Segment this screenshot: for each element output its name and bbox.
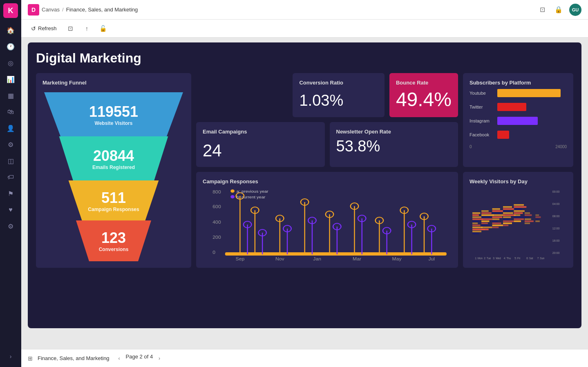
- bar-row: Youtube: [470, 89, 567, 97]
- newsletter-card: Newsletter Open Rate 53.8%: [330, 122, 458, 167]
- funnel-responses: 511 Campaign Responses: [65, 180, 163, 221]
- share-icon[interactable]: ↑: [81, 23, 93, 34]
- main-content: D Canvas / Finance, Sales, and Marketing…: [21, 0, 588, 367]
- conversion-title: Conversion Ratio: [299, 80, 378, 86]
- svg-text:20:00: 20:00: [552, 251, 560, 255]
- next-page-button[interactable]: ›: [154, 354, 164, 363]
- svg-text:0: 0: [212, 250, 215, 255]
- svg-rect-107: [514, 208, 521, 210]
- subscribers-card: Subscribers by Platform Youtube Twitter …: [463, 73, 573, 167]
- breadcrumb-root[interactable]: Canvas: [42, 7, 60, 13]
- svg-text:4: Thu: 4: Thu: [504, 256, 511, 259]
- brand-initial: D: [28, 4, 39, 16]
- svg-text:Nov: Nov: [275, 257, 284, 261]
- bar-axis: 0 24000: [470, 145, 567, 149]
- user-avatar[interactable]: GU: [569, 4, 581, 16]
- bar-fill: [497, 89, 561, 97]
- funnel-visitors: 119551 Website Visitors: [44, 92, 183, 137]
- svg-rect-120: [535, 214, 539, 216]
- subscribers-title: Subscribers by Platform: [470, 80, 567, 86]
- bottom-title: Finance, Sales, and Marketing: [38, 355, 110, 361]
- topbar: D Canvas / Finance, Sales, and Marketing…: [21, 0, 588, 20]
- responses-label: Campaign Responses: [88, 207, 139, 212]
- svg-rect-119: [525, 222, 530, 224]
- svg-rect-74: [472, 233, 479, 234]
- svg-rect-111: [514, 216, 525, 218]
- svg-rect-78: [481, 216, 490, 218]
- svg-rect-87: [492, 212, 501, 214]
- sidebar-item-settings2[interactable]: ⚙: [3, 137, 18, 152]
- bar-row: Instagram: [470, 117, 567, 125]
- weekly-visitors-card: Weekly Visitors by Day 00:00 04:00 08:00…: [463, 172, 573, 268]
- svg-text:May: May: [392, 257, 402, 261]
- bar-row: Facebook: [470, 131, 567, 139]
- sidebar-item-person[interactable]: 👤: [3, 121, 18, 136]
- email-campaigns-card: Email Campaigns 24: [196, 122, 325, 167]
- unlock-icon[interactable]: 🔓: [98, 23, 109, 34]
- funnel-conversions: 123 Conversions: [73, 220, 154, 261]
- svg-rect-94: [492, 227, 499, 228]
- dashboard-grid: Marketing Funnel 119551 Website Visitors…: [36, 73, 573, 268]
- topbar-brand: D Canvas / Finance, Sales, and Marketing: [28, 4, 138, 16]
- monitor-icon[interactable]: ⊡: [537, 4, 548, 16]
- svg-rect-84: [481, 229, 489, 230]
- bar-label: Youtube: [470, 91, 494, 96]
- svg-text:7: Sun: 7: Sun: [537, 256, 545, 259]
- refresh-icon: ↺: [31, 25, 36, 32]
- sidebar-item-chart[interactable]: 📊: [3, 72, 18, 87]
- refresh-button[interactable]: ↺ Refresh: [28, 24, 60, 33]
- svg-text:08:00: 08:00: [552, 214, 560, 218]
- sidebar-item-tag[interactable]: 🏷: [3, 170, 18, 185]
- svg-rect-110: [514, 214, 520, 216]
- svg-text:Jan: Jan: [313, 257, 321, 261]
- svg-rect-104: [503, 225, 508, 226]
- sidebar-item-clock[interactable]: 🕐: [3, 39, 18, 54]
- prev-page-button[interactable]: ‹: [114, 354, 124, 363]
- sidebar-item-table[interactable]: ▦: [3, 88, 18, 103]
- svg-rect-106: [514, 206, 526, 208]
- sidebar-item-flag[interactable]: ⚑: [3, 186, 18, 201]
- screenshot-icon[interactable]: ⊡: [65, 23, 76, 34]
- funnel-title: Marketing Funnel: [42, 80, 185, 86]
- svg-text:800: 800: [212, 190, 221, 194]
- sidebar-collapse-button[interactable]: ›: [3, 349, 18, 364]
- visitors-label: Website Visitors: [95, 120, 133, 126]
- svg-rect-112: [514, 218, 524, 220]
- page-navigation: ‹ Page 2 of 4 ›: [114, 354, 165, 363]
- svg-rect-115: [525, 214, 532, 216]
- sidebar-item-home[interactable]: 🏠: [3, 23, 18, 38]
- sidebar-item-layers[interactable]: ◫: [3, 153, 18, 168]
- legend-a: a: previous year: [237, 189, 269, 194]
- svg-text:Mar: Mar: [353, 257, 361, 261]
- email-value: 24: [203, 141, 318, 160]
- bar-track: [497, 131, 567, 139]
- email-title: Email Campaigns: [203, 129, 318, 135]
- svg-rect-86: [492, 210, 503, 212]
- svg-rect-101: [503, 218, 510, 220]
- svg-rect-91: [492, 220, 498, 222]
- svg-point-50: [230, 195, 235, 198]
- sidebar-item-gear[interactable]: ⚙: [3, 219, 18, 234]
- sidebar-item-shop[interactable]: 🛍: [3, 105, 18, 119]
- svg-rect-97: [503, 210, 510, 212]
- svg-text:5: Fri: 5: Fri: [514, 256, 521, 259]
- svg-rect-118: [525, 220, 534, 222]
- sidebar-item-compass[interactable]: ◎: [3, 56, 18, 70]
- svg-rect-98: [503, 212, 513, 214]
- svg-rect-109: [514, 212, 523, 214]
- sidebar-logo[interactable]: K: [3, 3, 18, 18]
- svg-rect-105: [514, 204, 524, 206]
- conversions-number: 123: [101, 229, 126, 247]
- funnel-wrapper: 119551 Website Visitors 20844 Emails Reg…: [42, 92, 185, 261]
- grid-icon: ⊞: [28, 355, 33, 362]
- sidebar-item-heart[interactable]: ♥: [3, 202, 18, 217]
- breadcrumb-page: Finance, Sales, and Marketing: [66, 7, 138, 13]
- lock-icon[interactable]: 🔒: [553, 4, 564, 16]
- funnel-emails: 20844 Emails Registered: [54, 136, 173, 181]
- conversion-value: 1.03%: [299, 92, 378, 109]
- svg-rect-95: [503, 206, 512, 208]
- mid-row-2: Email Campaigns 24 Newsletter Open Rate …: [196, 122, 458, 167]
- svg-rect-116: [525, 216, 529, 218]
- weekly-heatmap: 00:00 04:00 08:00 12:00 16:00 20:00 1: M…: [470, 188, 567, 261]
- svg-rect-71: [472, 227, 483, 228]
